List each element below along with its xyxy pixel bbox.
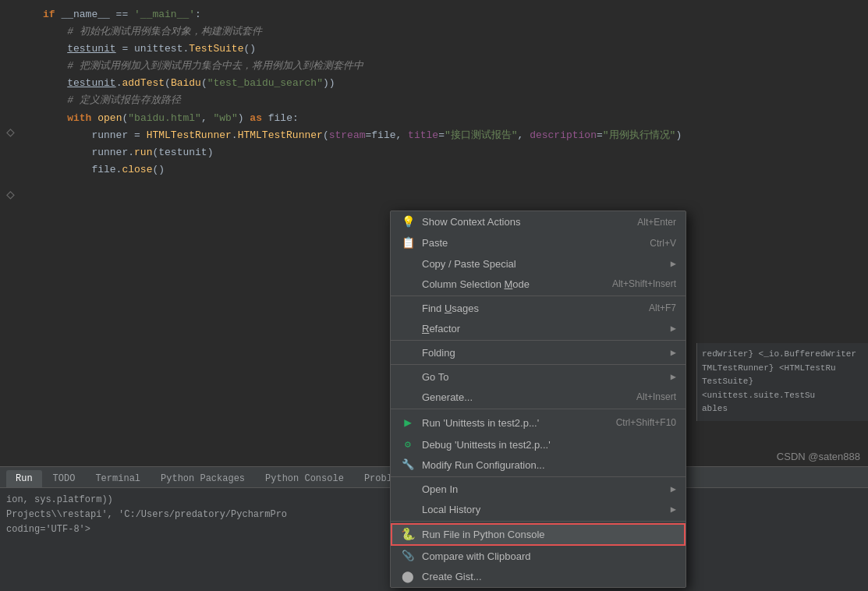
menu-label-compare-clipboard: Compare with Clipboard — [422, 550, 676, 562]
menu-shortcut-paste: Ctrl+V — [650, 238, 676, 249]
code-line-2: # 初始化测试用例集合对象，构建测试套件 — [43, 23, 868, 41]
type-info-panel: redWriter} <_io.BufferedWriter TMLTestRu… — [696, 343, 868, 421]
menu-label-create-gist: Create Gist... — [422, 571, 676, 582]
type-info-line-4: ables — [702, 402, 863, 416]
menu-shortcut-run-unittests: Ctrl+Shift+F10 — [616, 417, 676, 428]
scroll-gutter-2: ◇ — [6, 183, 15, 207]
menu-label-debug-unittests: Debug 'Unittests in test2.p...' — [422, 439, 676, 451]
code-line-5: testunit.addTest(Baidu("test_baidu_searc… — [43, 75, 868, 92]
menu-label-show-context: Show Context Actions — [422, 216, 622, 228]
menu-item-show-context[interactable]: 💡 Show Context Actions Alt+Enter — [391, 211, 686, 232]
type-info-line-2: TMLTestRunner} <HTMLTestRu — [702, 362, 863, 376]
debug-icon: ⚙ — [400, 438, 416, 451]
paste-icon: 📋 — [400, 236, 416, 249]
editor-area: if __name__ == '__main__': # 初始化测试用例集合对象… — [0, 0, 868, 591]
arrow-icon-3: ▶ — [671, 347, 676, 359]
menu-label-generate: Generate... — [422, 391, 621, 403]
code-line-10: file.close() — [43, 161, 868, 179]
menu-item-compare-clipboard[interactable]: 📎 Compare with Clipboard — [391, 546, 686, 566]
arrow-icon-5: ▶ — [671, 483, 676, 495]
menu-item-find-usages[interactable]: Find Usages Alt+F7 — [391, 298, 686, 318]
menu-label-modify-run: Modify Run Configuration... — [422, 459, 676, 471]
menu-item-copy-paste-special[interactable]: Copy / Paste Special ▶ — [391, 253, 686, 274]
code-content: if __name__ == '__main__': # 初始化测试用例集合对象… — [0, 0, 868, 185]
tab-run[interactable]: Run — [6, 470, 42, 487]
menu-item-refactor[interactable]: Refactor ▶ — [391, 318, 686, 338]
menu-item-folding[interactable]: Folding ▶ — [391, 342, 686, 363]
menu-label-find-usages: Find Usages — [422, 303, 633, 314]
menu-item-run-file-python[interactable]: 🐍 Run File in Python Console — [391, 523, 686, 546]
menu-label-column-selection: Column Selection Mode — [422, 278, 597, 290]
menu-item-open-in[interactable]: Open In ▶ — [391, 479, 686, 499]
type-info-line-3: TestSuite} <unittest.suite.TestSu — [702, 375, 863, 402]
menu-item-create-gist[interactable]: ⬤ Create Gist... — [391, 566, 686, 587]
code-line-8: runner = HTMLTestRunner.HTMLTestRunner(s… — [43, 127, 868, 144]
watermark: CSDN @saten888 — [777, 451, 860, 462]
context-menu: 💡 Show Context Actions Alt+Enter 📋 Paste… — [390, 211, 686, 588]
menu-shortcut-find-usages: Alt+F7 — [649, 303, 676, 313]
bulb-icon: 💡 — [400, 215, 416, 228]
code-line-3: testunit = unittest.TestSuite() — [43, 41, 868, 58]
menu-separator-4 — [391, 409, 686, 409]
arrow-icon-4: ▶ — [671, 371, 676, 383]
menu-separator-2 — [391, 340, 686, 341]
menu-label-run-file-python: Run File in Python Console — [422, 529, 676, 540]
menu-label-run-unittests: Run 'Unittests in test2.p...' — [422, 417, 601, 429]
menu-item-run-unittests[interactable]: ▶ Run 'Unittests in test2.p...' Ctrl+Shi… — [391, 411, 686, 434]
code-line-9: runner.run(testunit) — [43, 144, 868, 161]
menu-label-open-in: Open In — [422, 483, 664, 495]
run-icon: ▶ — [400, 415, 416, 430]
gist-icon: ⬤ — [400, 570, 416, 583]
menu-item-column-selection[interactable]: Column Selection Mode Alt+Shift+Insert — [391, 274, 686, 294]
menu-item-go-to[interactable]: Go To ▶ — [391, 366, 686, 387]
python-icon: 🐍 — [400, 527, 416, 542]
code-line-1: if __name__ == '__main__': — [43, 6, 868, 23]
code-line-4: # 把测试用例加入到测试用力集合中去，将用例加入到检测套件中 — [43, 58, 868, 75]
code-line-7: with open("baidu.html", "wb") as file: — [43, 110, 868, 127]
tab-todo[interactable]: TODO — [44, 470, 85, 487]
arrow-icon-1: ▶ — [671, 258, 676, 270]
tab-python-packages[interactable]: Python Packages — [151, 470, 254, 487]
menu-item-local-history[interactable]: Local History ▶ — [391, 499, 686, 519]
menu-item-debug-unittests[interactable]: ⚙ Debug 'Unittests in test2.p...' — [391, 434, 686, 455]
type-info-line-1: redWriter} <_io.BufferedWriter — [702, 348, 863, 362]
menu-label-paste: Paste — [422, 237, 634, 249]
menu-item-generate[interactable]: Generate... Alt+Insert — [391, 387, 686, 407]
arrow-icon-2: ▶ — [671, 323, 676, 334]
menu-label-refactor: Refactor — [422, 323, 664, 334]
menu-label-local-history: Local History — [422, 504, 664, 515]
wrench-icon: 🔧 — [400, 458, 416, 471]
tab-python-console[interactable]: Python Console — [256, 470, 353, 487]
compare-icon: 📎 — [400, 550, 416, 562]
menu-label-copy-paste-special: Copy / Paste Special — [422, 258, 664, 270]
menu-separator-1 — [391, 296, 686, 296]
menu-item-modify-run[interactable]: 🔧 Modify Run Configuration... — [391, 455, 686, 475]
tab-terminal[interactable]: Terminal — [86, 470, 150, 487]
menu-label-go-to: Go To — [422, 371, 664, 383]
menu-separator-3 — [391, 364, 686, 365]
menu-item-paste[interactable]: 📋 Paste Ctrl+V — [391, 232, 686, 253]
menu-shortcut-generate: Alt+Insert — [636, 391, 676, 402]
arrow-icon-6: ▶ — [671, 504, 676, 515]
menu-separator-6 — [391, 521, 686, 522]
menu-label-folding: Folding — [422, 347, 664, 359]
menu-shortcut-column-selection: Alt+Shift+Insert — [612, 278, 676, 289]
menu-shortcut-show-context: Alt+Enter — [637, 217, 676, 228]
menu-separator-5 — [391, 476, 686, 477]
code-line-6: # 定义测试报告存放路径 — [43, 92, 868, 109]
